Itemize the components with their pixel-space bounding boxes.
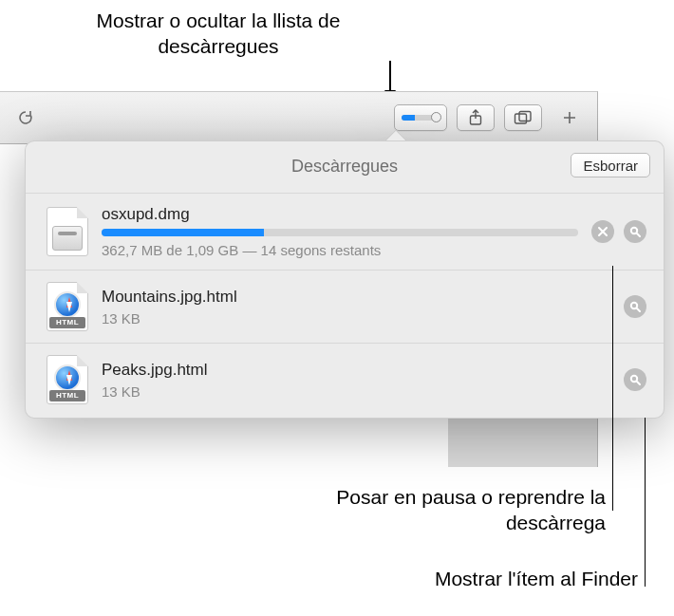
download-status: 13 KB: [102, 383, 610, 400]
callout-show-in-finder: Mostrar l'ítem al Finder: [334, 566, 638, 591]
download-item: HTML Mountains.jpg.html 13 KB: [26, 270, 664, 343]
reload-button[interactable]: [8, 104, 44, 131]
download-name: Mountains.jpg.html: [102, 288, 610, 307]
magnifier-icon: [629, 226, 641, 237]
reveal-in-finder-button[interactable]: [624, 368, 646, 391]
clear-button[interactable]: Esborrar: [571, 153, 650, 177]
svg-rect-2: [519, 112, 531, 121]
downloads-popover: Descàrregues Esborrar osxupd.dmg 362,7 M…: [25, 140, 665, 419]
reload-icon: [17, 109, 34, 126]
svg-point-4: [631, 303, 637, 308]
file-icon-dmg: [47, 207, 88, 256]
callout-toggle-downloads: Mostrar o ocultar la llista de descàrreg…: [95, 8, 342, 60]
tabs-icon: [514, 110, 533, 125]
file-icon-html: HTML: [47, 355, 88, 404]
svg-point-5: [631, 376, 637, 382]
reveal-in-finder-button[interactable]: [624, 220, 646, 243]
file-icon-html: HTML: [47, 282, 88, 331]
reveal-in-finder-button[interactable]: [624, 295, 646, 318]
download-name: osxupd.dmg: [102, 205, 578, 224]
svg-rect-1: [515, 114, 527, 123]
svg-point-3: [631, 228, 637, 233]
downloads-button[interactable]: [394, 104, 447, 131]
callout-leader-line: [645, 418, 646, 587]
download-item: HTML Peaks.jpg.html 13 KB: [26, 343, 664, 416]
download-item: osxupd.dmg 362,7 MB de 1,09 GB — 14 sego…: [26, 193, 664, 270]
callout-leader-line: [612, 266, 613, 511]
html-badge: HTML: [49, 317, 85, 328]
download-progress-bar: [102, 229, 578, 236]
magnifier-icon: [629, 301, 641, 312]
plus-icon: [562, 110, 577, 125]
browser-toolbar: [0, 91, 598, 144]
new-tab-button[interactable]: [552, 104, 588, 131]
pause-button[interactable]: [591, 220, 614, 243]
downloads-list: osxupd.dmg 362,7 MB de 1,09 GB — 14 sego…: [26, 193, 664, 416]
downloads-circle-icon: [431, 112, 441, 122]
html-badge: HTML: [49, 390, 85, 401]
close-icon: [597, 226, 608, 237]
download-name: Peaks.jpg.html: [102, 361, 610, 380]
magnifier-icon: [629, 374, 641, 385]
callout-pause-resume: Posar en pausa o reprendre la descàrrega: [302, 484, 606, 536]
download-progress-fill: [102, 229, 264, 236]
download-status: 13 KB: [102, 310, 610, 327]
share-button[interactable]: [457, 104, 495, 131]
download-status: 362,7 MB de 1,09 GB — 14 segons restants: [102, 242, 578, 258]
tabs-button[interactable]: [504, 104, 542, 131]
popover-title: Descàrregues: [26, 157, 664, 177]
share-icon: [468, 109, 483, 126]
